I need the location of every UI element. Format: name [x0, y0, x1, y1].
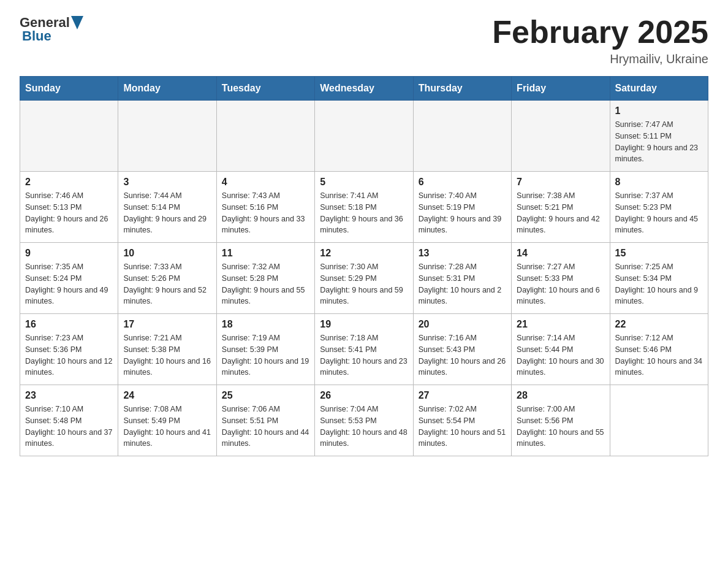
day-info: Sunrise: 7:06 AM Sunset: 5:51 PM Dayligh…: [222, 404, 309, 450]
calendar-day: [413, 101, 511, 172]
day-number: 28: [517, 390, 604, 401]
day-info: Sunrise: 7:00 AM Sunset: 5:56 PM Dayligh…: [517, 404, 604, 450]
day-number: 15: [615, 248, 703, 259]
day-number: 21: [517, 319, 604, 330]
calendar-week-row: 1Sunrise: 7:47 AM Sunset: 5:11 PM Daylig…: [20, 101, 708, 172]
day-info: Sunrise: 7:33 AM Sunset: 5:26 PM Dayligh…: [123, 261, 211, 307]
calendar-day: 15Sunrise: 7:25 AM Sunset: 5:34 PM Dayli…: [610, 243, 708, 314]
day-info: Sunrise: 7:32 AM Sunset: 5:28 PM Dayligh…: [222, 261, 309, 307]
page-header: General Blue February 2025 Hrymailiv, Uk…: [20, 15, 708, 66]
calendar-day: 22Sunrise: 7:12 AM Sunset: 5:46 PM Dayli…: [610, 314, 708, 385]
day-info: Sunrise: 7:27 AM Sunset: 5:33 PM Dayligh…: [517, 261, 604, 307]
header-friday: Friday: [512, 77, 610, 101]
calendar-day: 18Sunrise: 7:19 AM Sunset: 5:39 PM Dayli…: [216, 314, 314, 385]
calendar-day: 7Sunrise: 7:38 AM Sunset: 5:21 PM Daylig…: [512, 172, 610, 243]
logo-arrow-icon: [71, 16, 83, 29]
day-number: 14: [517, 248, 604, 259]
calendar-day: 16Sunrise: 7:23 AM Sunset: 5:36 PM Dayli…: [20, 314, 118, 385]
day-info: Sunrise: 7:44 AM Sunset: 5:14 PM Dayligh…: [123, 190, 211, 236]
day-info: Sunrise: 7:16 AM Sunset: 5:43 PM Dayligh…: [419, 332, 506, 378]
header-thursday: Thursday: [413, 77, 511, 101]
calendar-day: 4Sunrise: 7:43 AM Sunset: 5:16 PM Daylig…: [216, 172, 314, 243]
calendar-week-row: 23Sunrise: 7:10 AM Sunset: 5:48 PM Dayli…: [20, 385, 708, 456]
calendar-week-row: 2Sunrise: 7:46 AM Sunset: 5:13 PM Daylig…: [20, 172, 708, 243]
day-number: 27: [419, 390, 506, 401]
day-info: Sunrise: 7:28 AM Sunset: 5:31 PM Dayligh…: [419, 261, 506, 307]
day-number: 5: [320, 177, 408, 188]
calendar-day: 1Sunrise: 7:47 AM Sunset: 5:11 PM Daylig…: [610, 101, 708, 172]
day-info: Sunrise: 7:35 AM Sunset: 5:24 PM Dayligh…: [25, 261, 113, 307]
calendar-day: [118, 101, 216, 172]
calendar-day: 17Sunrise: 7:21 AM Sunset: 5:38 PM Dayli…: [118, 314, 216, 385]
calendar-week-row: 9Sunrise: 7:35 AM Sunset: 5:24 PM Daylig…: [20, 243, 708, 314]
day-number: 7: [517, 177, 604, 188]
month-title: February 2025: [492, 15, 708, 50]
day-number: 19: [320, 319, 408, 330]
calendar-day: 24Sunrise: 7:08 AM Sunset: 5:49 PM Dayli…: [118, 385, 216, 456]
day-info: Sunrise: 7:21 AM Sunset: 5:38 PM Dayligh…: [123, 332, 211, 378]
svg-marker-0: [71, 16, 83, 29]
logo: General Blue: [20, 15, 83, 44]
calendar-day: 26Sunrise: 7:04 AM Sunset: 5:53 PM Dayli…: [315, 385, 413, 456]
day-info: Sunrise: 7:02 AM Sunset: 5:54 PM Dayligh…: [419, 404, 506, 450]
logo-blue-text: Blue: [22, 28, 51, 44]
day-number: 11: [222, 248, 309, 259]
day-info: Sunrise: 7:43 AM Sunset: 5:16 PM Dayligh…: [222, 190, 309, 236]
header-wednesday: Wednesday: [315, 77, 413, 101]
day-headers-row: Sunday Monday Tuesday Wednesday Thursday…: [20, 77, 708, 101]
day-info: Sunrise: 7:47 AM Sunset: 5:11 PM Dayligh…: [615, 119, 703, 165]
day-number: 20: [419, 319, 506, 330]
day-number: 2: [25, 177, 113, 188]
day-info: Sunrise: 7:38 AM Sunset: 5:21 PM Dayligh…: [517, 190, 604, 236]
calendar-day: 3Sunrise: 7:44 AM Sunset: 5:14 PM Daylig…: [118, 172, 216, 243]
calendar-week-row: 16Sunrise: 7:23 AM Sunset: 5:36 PM Dayli…: [20, 314, 708, 385]
calendar-day: 11Sunrise: 7:32 AM Sunset: 5:28 PM Dayli…: [216, 243, 314, 314]
header-sunday: Sunday: [20, 77, 118, 101]
day-number: 1: [615, 105, 703, 117]
calendar-day: [512, 101, 610, 172]
day-number: 6: [419, 177, 506, 188]
header-monday: Monday: [118, 77, 216, 101]
calendar-day: 12Sunrise: 7:30 AM Sunset: 5:29 PM Dayli…: [315, 243, 413, 314]
day-number: 10: [123, 248, 211, 259]
day-info: Sunrise: 7:14 AM Sunset: 5:44 PM Dayligh…: [517, 332, 604, 378]
day-number: 13: [419, 248, 506, 259]
calendar-day: 10Sunrise: 7:33 AM Sunset: 5:26 PM Dayli…: [118, 243, 216, 314]
calendar-day: [216, 101, 314, 172]
calendar-day: 19Sunrise: 7:18 AM Sunset: 5:41 PM Dayli…: [315, 314, 413, 385]
day-number: 18: [222, 319, 309, 330]
day-number: 26: [320, 390, 408, 401]
calendar-day: 14Sunrise: 7:27 AM Sunset: 5:33 PM Dayli…: [512, 243, 610, 314]
day-info: Sunrise: 7:10 AM Sunset: 5:48 PM Dayligh…: [25, 404, 113, 450]
title-block: February 2025 Hrymailiv, Ukraine: [492, 15, 708, 66]
day-info: Sunrise: 7:30 AM Sunset: 5:29 PM Dayligh…: [320, 261, 408, 307]
calendar-day: 21Sunrise: 7:14 AM Sunset: 5:44 PM Dayli…: [512, 314, 610, 385]
calendar-day: [20, 101, 118, 172]
day-number: 23: [25, 390, 113, 401]
calendar-day: 23Sunrise: 7:10 AM Sunset: 5:48 PM Dayli…: [20, 385, 118, 456]
day-number: 12: [320, 248, 408, 259]
day-info: Sunrise: 7:41 AM Sunset: 5:18 PM Dayligh…: [320, 190, 408, 236]
calendar-day: 8Sunrise: 7:37 AM Sunset: 5:23 PM Daylig…: [610, 172, 708, 243]
calendar-day: 20Sunrise: 7:16 AM Sunset: 5:43 PM Dayli…: [413, 314, 511, 385]
calendar-day: 25Sunrise: 7:06 AM Sunset: 5:51 PM Dayli…: [216, 385, 314, 456]
day-info: Sunrise: 7:18 AM Sunset: 5:41 PM Dayligh…: [320, 332, 408, 378]
calendar-day: 9Sunrise: 7:35 AM Sunset: 5:24 PM Daylig…: [20, 243, 118, 314]
day-number: 3: [123, 177, 211, 188]
day-info: Sunrise: 7:12 AM Sunset: 5:46 PM Dayligh…: [615, 332, 703, 378]
calendar-day: 2Sunrise: 7:46 AM Sunset: 5:13 PM Daylig…: [20, 172, 118, 243]
calendar-day: 5Sunrise: 7:41 AM Sunset: 5:18 PM Daylig…: [315, 172, 413, 243]
day-info: Sunrise: 7:04 AM Sunset: 5:53 PM Dayligh…: [320, 404, 408, 450]
calendar-day: 27Sunrise: 7:02 AM Sunset: 5:54 PM Dayli…: [413, 385, 511, 456]
day-info: Sunrise: 7:08 AM Sunset: 5:49 PM Dayligh…: [123, 404, 211, 450]
calendar-day: [315, 101, 413, 172]
calendar-day: 6Sunrise: 7:40 AM Sunset: 5:19 PM Daylig…: [413, 172, 511, 243]
calendar-table: Sunday Monday Tuesday Wednesday Thursday…: [20, 76, 708, 456]
day-info: Sunrise: 7:46 AM Sunset: 5:13 PM Dayligh…: [25, 190, 113, 236]
day-info: Sunrise: 7:40 AM Sunset: 5:19 PM Dayligh…: [419, 190, 506, 236]
day-info: Sunrise: 7:25 AM Sunset: 5:34 PM Dayligh…: [615, 261, 703, 307]
day-number: 17: [123, 319, 211, 330]
day-number: 4: [222, 177, 309, 188]
calendar-day: 13Sunrise: 7:28 AM Sunset: 5:31 PM Dayli…: [413, 243, 511, 314]
day-info: Sunrise: 7:19 AM Sunset: 5:39 PM Dayligh…: [222, 332, 309, 378]
